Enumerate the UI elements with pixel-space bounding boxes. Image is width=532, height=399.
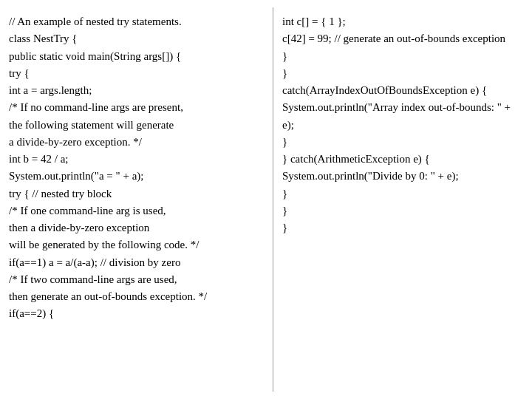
left-code-panel: // An example of nested try statements. … — [0, 7, 273, 392]
left-line-5: int a = args.length; — [9, 82, 264, 99]
left-line-10: System.out.println("a = " + a); — [9, 168, 264, 185]
main-container: // An example of nested try statements. … — [0, 0, 532, 399]
right-line-2: c[42] = 99; // generate an out-of-bounds… — [282, 30, 523, 47]
right-line-4: } — [282, 65, 523, 82]
left-line-17: then generate an out-of-bounds exception… — [9, 288, 264, 305]
left-line-14: will be generated by the following code.… — [9, 236, 264, 253]
right-line-6: System.out.println("Array index out-of-b… — [282, 99, 523, 134]
right-line-3: } — [282, 48, 523, 65]
left-line-12: /* If one command-line arg is used, — [9, 202, 264, 219]
right-line-8: } catch(ArithmeticException e) { — [282, 151, 523, 168]
left-line-16: /* If two command-line args are used, — [9, 271, 264, 288]
left-line-6: /* If no command-line args are present, — [9, 99, 264, 116]
left-line-2: class NestTry { — [9, 30, 264, 47]
left-line-11: try { // nested try block — [9, 185, 264, 202]
right-code-panel: int c[] = { 1 }; c[42] = 99; // generate… — [273, 7, 532, 392]
right-line-9: System.out.println("Divide by 0: " + e); — [282, 168, 523, 185]
right-line-7: } — [282, 134, 523, 151]
left-line-3: public static void main(String args[]) { — [9, 48, 264, 65]
left-line-7: the following statement will generate — [9, 117, 264, 134]
left-line-1: // An example of nested try statements. — [9, 13, 264, 30]
left-line-8: a divide-by-zero exception. */ — [9, 134, 264, 151]
right-line-1: int c[] = { 1 }; — [282, 13, 523, 30]
left-line-4: try { — [9, 65, 264, 82]
left-line-9: int b = 42 / a; — [9, 151, 264, 168]
right-line-10: } — [282, 185, 523, 202]
left-line-13: then a divide-by-zero exception — [9, 219, 264, 236]
right-line-5: catch(ArrayIndexOutOfBoundsException e) … — [282, 82, 523, 99]
right-line-12: } — [282, 219, 523, 236]
left-line-18: if(a==2) { — [9, 305, 264, 322]
left-line-15: if(a==1) a = a/(a-a); // division by zer… — [9, 254, 264, 271]
right-line-11: } — [282, 202, 523, 219]
